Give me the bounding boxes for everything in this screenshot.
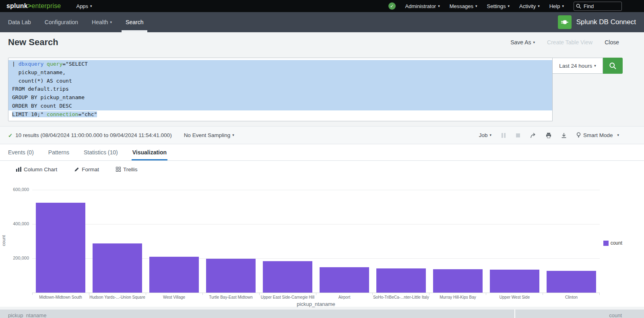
settings-menu[interactable]: Settings▾	[487, 3, 510, 9]
caret-down-icon: ▾	[562, 4, 564, 8]
nav-label: Data Lab	[8, 19, 31, 25]
chart-bar[interactable]	[263, 261, 312, 293]
save-as-button[interactable]: Save As▾	[510, 39, 535, 46]
column-header-count[interactable]: count	[515, 310, 644, 318]
share-icon	[530, 133, 536, 138]
bar-slot	[146, 178, 202, 293]
nav-item-health[interactable]: Health▾	[92, 12, 112, 32]
pause-icon	[501, 133, 506, 138]
results-check-icon: ✓	[8, 132, 12, 139]
export-button[interactable]	[561, 133, 567, 138]
stop-button[interactable]	[516, 133, 520, 138]
caret-down-icon: ▾	[475, 4, 477, 8]
tab-visualization[interactable]: Visualization	[132, 144, 167, 160]
format-button[interactable]: Format	[74, 166, 99, 173]
logo-splunk: splunk	[6, 2, 28, 9]
caret-down-icon: ▾	[110, 21, 112, 24]
chart-bars	[32, 178, 600, 293]
nav-label: Health	[92, 19, 108, 25]
y-tick-label: 200,000	[13, 256, 29, 260]
trellis-button[interactable]: Trellis	[116, 166, 138, 173]
column-header-pickup-ntaname[interactable]: pickup_ntaname	[0, 310, 515, 318]
query-line: | dbxquery query="SELECT	[8, 60, 552, 69]
caret-down-icon: ▾	[438, 4, 440, 8]
tab-statistics[interactable]: Statistics (10)	[84, 144, 118, 160]
save-as-label: Save As	[510, 39, 531, 46]
query-token: LIMIT 10;"	[12, 111, 47, 117]
chart-bar[interactable]	[93, 243, 142, 293]
time-range-picker[interactable]: Last 24 hours▾	[552, 58, 603, 74]
search-icon	[576, 4, 581, 9]
nav-item-search[interactable]: Search	[126, 12, 143, 32]
x-axis-title: pickup_ntaname	[32, 301, 600, 307]
job-menu[interactable]: Job▾	[479, 132, 491, 138]
caret-down-icon: ▾	[489, 133, 491, 137]
search-button[interactable]	[603, 58, 623, 74]
x-tick-label: Hudson Yards-...-Union Square	[89, 295, 146, 299]
administrator-menu[interactable]: Administrator▾	[405, 3, 440, 9]
help-menu[interactable]: Help▾	[549, 3, 564, 9]
search-mode-menu[interactable]: Smart Mode▾	[576, 132, 619, 138]
legend-label: count	[611, 240, 622, 246]
bar-slot	[259, 178, 316, 293]
nav-label: Configuration	[45, 19, 78, 25]
print-button[interactable]	[546, 133, 551, 138]
column-chart-icon	[16, 167, 21, 172]
nav-item-data-lab[interactable]: Data Lab	[8, 12, 31, 32]
chart-type-picker[interactable]: Column Chart	[16, 166, 57, 173]
share-button[interactable]	[530, 133, 536, 138]
chart-bar[interactable]	[376, 268, 426, 293]
query-token: ="SELECT	[62, 61, 88, 67]
chart-bar[interactable]	[36, 203, 85, 293]
caret-down-icon: ▾	[232, 133, 234, 137]
x-tick-label: West Village	[146, 295, 202, 299]
lightbulb-icon	[576, 132, 581, 138]
messages-label: Messages	[450, 3, 473, 9]
smart-mode-label: Smart Mode	[583, 132, 613, 138]
job-label: Job	[479, 132, 488, 138]
results-summary: 10 results (08/04/2024 11:00:00.000 to 0…	[15, 132, 171, 138]
legend-item[interactable]: count	[603, 240, 622, 246]
chart-bar[interactable]	[149, 257, 199, 293]
tab-events[interactable]: Events (0)	[8, 144, 34, 160]
splunk-app: splunk>enterprise Apps▾ ✓ Administrator▾…	[0, 0, 644, 318]
settings-label: Settings	[487, 3, 506, 9]
x-tick-label: Midtown-Midtown South	[32, 295, 89, 299]
topbar-right: ✓ Administrator▾ Messages▾ Settings▾ Act…	[388, 2, 622, 11]
nav-item-configuration[interactable]: Configuration	[45, 12, 78, 32]
app-identity[interactable]: Splunk DB Connect	[558, 12, 636, 32]
chart-bar[interactable]	[490, 270, 539, 293]
help-label: Help	[549, 3, 560, 9]
chart-bar[interactable]	[206, 259, 256, 293]
trellis-label: Trellis	[123, 166, 138, 173]
event-sampling-menu[interactable]: No Event Sampling▾	[184, 132, 234, 138]
logo-gt: >	[28, 2, 32, 9]
close-button[interactable]: Close	[605, 39, 619, 46]
chart-bar[interactable]	[320, 267, 369, 293]
messages-menu[interactable]: Messages▾	[450, 3, 477, 9]
x-tick-label: SoHo-TriBeCa-...nter-Little Italy	[373, 295, 429, 299]
search-icon	[609, 62, 617, 70]
print-icon	[546, 133, 551, 138]
activity-menu[interactable]: Activity▾	[519, 3, 540, 9]
header-actions: Save As▾ Create Table View Close	[510, 39, 619, 46]
caret-down-icon: ▾	[538, 4, 540, 8]
nav-label: Search	[126, 19, 143, 25]
query-line: pickup_ntaname,	[8, 69, 552, 77]
health-check-icon[interactable]: ✓	[388, 2, 396, 10]
bar-slot	[89, 178, 146, 293]
tab-patterns[interactable]: Patterns	[48, 144, 69, 160]
app-title: Splunk DB Connect	[576, 18, 636, 26]
activity-label: Activity	[519, 3, 536, 9]
chart-bar[interactable]	[547, 271, 596, 293]
pause-button[interactable]	[501, 133, 506, 138]
query-token: connection	[47, 111, 78, 117]
query-token: ="chc"	[78, 111, 97, 117]
chart-bar[interactable]	[433, 269, 483, 293]
topbar: splunk>enterprise Apps▾ ✓ Administrator▾…	[0, 0, 644, 12]
search-bar: | dbxquery query="SELECT pickup_ntaname,…	[8, 58, 623, 121]
splunk-logo[interactable]: splunk>enterprise	[6, 2, 61, 10]
search-query[interactable]: | dbxquery query="SELECT pickup_ntaname,…	[8, 58, 553, 121]
apps-menu[interactable]: Apps▾	[76, 3, 92, 9]
create-table-view-button[interactable]: Create Table View	[547, 39, 592, 46]
